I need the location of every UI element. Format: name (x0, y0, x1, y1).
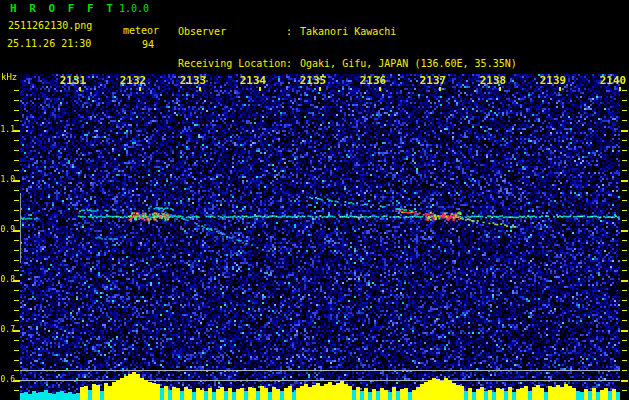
info-colon: : (286, 27, 300, 38)
time-tick-label: 2133 (178, 75, 208, 86)
freq-tick-label: 1.0 (0, 175, 15, 185)
freq-tick-label: 0.8 (0, 275, 15, 285)
app-title: H R O F F T (10, 2, 116, 15)
time-tick-label: 2137 (418, 75, 448, 86)
info-row-observer: Observer:Takanori Kawachi (178, 27, 517, 38)
freq-axis-unit: kHz (1, 72, 17, 82)
info-row-location: Receiving Location:Ogaki, Gifu, JAPAN (1… (178, 59, 517, 70)
app-version: 1.0.0 (119, 3, 149, 14)
time-tick-label: 2135 (298, 75, 328, 86)
spectrogram-canvas (0, 74, 629, 400)
time-tick-label: 2136 (358, 75, 388, 86)
time-tick-label: 2132 (118, 75, 148, 86)
meteor-count: 94 (142, 39, 154, 50)
freq-tick-label: 1.1 (0, 125, 15, 135)
freq-tick-label: 0.9 (0, 225, 15, 235)
time-tick-label: 2138 (478, 75, 508, 86)
info-label: Observer (178, 27, 286, 38)
info-value: Takanori Kawachi (300, 27, 396, 38)
mode-label: meteor (123, 25, 159, 36)
time-tick-label: 2139 (538, 75, 568, 86)
info-label: Receiving Location (178, 59, 286, 70)
freq-tick-label: 0.7 (0, 325, 15, 335)
time-tick-label: 2131 (58, 75, 88, 86)
time-tick-label: 2134 (238, 75, 268, 86)
freq-tick-label: 0.6 (0, 375, 15, 385)
time-tick-label: 2140 (598, 75, 628, 86)
output-filename: 2511262130.png (8, 20, 92, 31)
info-value: Ogaki, Gifu, JAPAN (136.60E, 35.35N) (300, 59, 517, 70)
observation-datetime: 25.11.26 21:30 (7, 38, 91, 49)
info-colon: : (286, 59, 300, 70)
